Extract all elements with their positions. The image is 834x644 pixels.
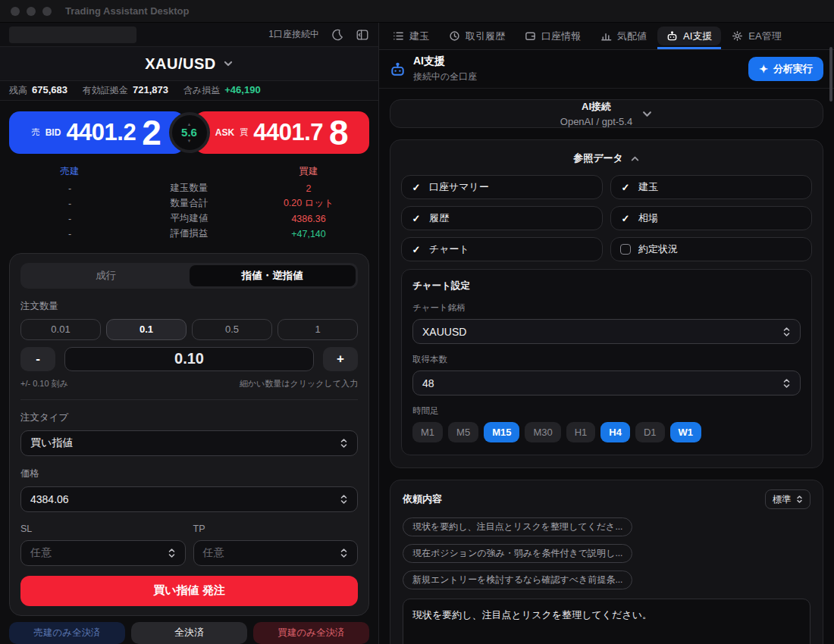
timeframe-d1[interactable]: D1: [635, 422, 665, 442]
ai-connection-title: AI接続: [560, 100, 632, 114]
close-all-button[interactable]: 全決済: [131, 622, 247, 644]
tab-account-info[interactable]: 口座情報: [516, 27, 590, 45]
check-icon: ✓: [620, 182, 631, 193]
position-summary: 売建 買建 - 建玉数量 2 - 数量合計 0.20 ロット - 平均建値 43…: [9, 165, 369, 242]
ask-price: 4401.7: [253, 119, 323, 146]
window-title: Trading Assistant Desktop: [65, 5, 190, 17]
quantity-plus-button[interactable]: +: [323, 347, 358, 371]
tp-input[interactable]: 任意: [193, 540, 359, 566]
suggestion-pill[interactable]: 現在ポジションの強み・弱みを条件付きで説明し...: [403, 544, 632, 563]
equity-label: 有効証拠金: [83, 84, 128, 97]
select-updown-icon: [782, 326, 791, 338]
timeframe-m30[interactable]: M30: [525, 422, 560, 442]
info-tabs: 建玉 取引履歴 口座情報 気配値 AI支援 EA管理: [379, 23, 834, 50]
tab-trade-history[interactable]: 取引履歴: [440, 27, 514, 45]
ai-connection-value: OpenAI / gpt-5.4: [560, 116, 632, 127]
quantity-value[interactable]: 0.10: [64, 347, 314, 371]
close-all-sell-button[interactable]: 売建のみ全決済: [9, 622, 125, 644]
timeframe-w1[interactable]: W1: [670, 422, 702, 442]
chart-settings-title: チャート設定: [412, 280, 801, 292]
close-all-buy-button[interactable]: 買建のみ全決済: [253, 622, 369, 644]
suggestion-pill[interactable]: 新規エントリーを検討するなら確認すべき前提条...: [403, 571, 632, 589]
zoom-window-icon[interactable]: [42, 7, 52, 16]
step-hint: +/- 0.10 刻み: [20, 378, 68, 389]
list-icon: [393, 30, 404, 42]
check-icon: ✓: [411, 244, 422, 255]
account-selector[interactable]: [9, 27, 136, 43]
minimize-window-icon[interactable]: [27, 7, 36, 16]
timeframe-m1[interactable]: M1: [412, 422, 443, 442]
timeframe-m15[interactable]: M15: [484, 422, 519, 442]
fine-input-hint: 細かい数量はクリックして入力: [240, 378, 358, 389]
tab-positions[interactable]: 建玉: [384, 27, 438, 45]
buy-kanji-label: 買: [240, 127, 248, 138]
bars-count-label: 取得本数: [412, 354, 801, 365]
gear-icon: [732, 30, 743, 42]
order-type-label: 注文タイプ: [20, 411, 358, 424]
request-mode-select[interactable]: 標準: [765, 489, 810, 509]
select-updown-icon: [796, 494, 803, 505]
close-window-icon[interactable]: [11, 7, 20, 16]
preset-0.1-button[interactable]: 0.1: [106, 319, 187, 340]
quote-row: 売 BID 4401.22 ▲ 5.6 ▼ ASK 買 4401.78: [9, 111, 369, 154]
chart-symbol-select[interactable]: XAUUSD: [412, 319, 801, 344]
tab-quotes[interactable]: 気配値: [591, 27, 656, 45]
bars-count-input[interactable]: 48: [412, 370, 801, 395]
checkbox-account-summary[interactable]: ✓ 口座サマリー: [401, 175, 603, 199]
request-section: 依頼内容 標準 現状を要約し、注目点とリスクを整理してくださ... 現在ポジショ…: [390, 480, 823, 644]
checkbox-positions[interactable]: ✓ 建玉: [610, 175, 812, 199]
sl-input[interactable]: 任意: [20, 540, 186, 566]
chevron-down-icon: [223, 58, 234, 69]
bar-chart-icon: [600, 30, 612, 42]
prompt-suggestions: 現状を要約し、注目点とリスクを整理してくださ... 現在ポジションの強み・弱みを…: [403, 517, 810, 589]
spread-badge[interactable]: ▲ 5.6 ▼: [169, 112, 210, 153]
table-row: - 評価損益 +47,140: [9, 227, 369, 242]
quantity-minus-button[interactable]: -: [20, 347, 55, 371]
price-label: 価格: [20, 467, 358, 480]
ask-button[interactable]: ASK 買 4401.78: [195, 111, 370, 154]
ai-connection-select[interactable]: AI接続 OpenAI / gpt-5.4: [390, 99, 823, 128]
run-analysis-button[interactable]: ✦ 分析実行: [748, 57, 823, 81]
timeframe-h4[interactable]: H4: [600, 422, 630, 442]
tab-limit-order[interactable]: 指値・逆指値: [190, 265, 356, 286]
tab-market-order[interactable]: 成行: [23, 265, 190, 286]
spread-down-icon: ▼: [187, 139, 192, 143]
ai-panel-header: AI支援 接続中の全口座 ✦ 分析実行: [379, 50, 834, 89]
scrollbar[interactable]: [829, 47, 832, 102]
submit-order-button[interactable]: 買い指値 発注: [20, 576, 358, 606]
timeframe-m5[interactable]: M5: [448, 422, 478, 442]
theme-moon-icon[interactable]: [331, 28, 344, 42]
prompt-textarea[interactable]: 現状を要約し、注目点とリスクを整理してください。: [403, 599, 810, 644]
page-title: AI支援: [413, 55, 477, 68]
equity-value: 721,873: [133, 84, 168, 95]
trade-panel: 1口座接続中 XAU/USD 残高675,683 有効証拠金721,873 含み…: [0, 23, 379, 644]
checkbox-executions[interactable]: 約定状況: [610, 237, 812, 261]
timeframe-h1[interactable]: H1: [566, 422, 596, 442]
price-input[interactable]: 4384.06: [20, 486, 358, 512]
traffic-lights[interactable]: [11, 7, 52, 16]
reference-data-toggle[interactable]: 参照データ: [401, 148, 812, 175]
checkbox-market[interactable]: ✓ 相場: [610, 206, 812, 230]
table-row: - 平均建値 4386.36: [9, 211, 369, 227]
reference-checkboxes: ✓ 口座サマリー ✓ 建玉 ✓ 履歴 ✓ 相場: [401, 175, 812, 261]
tab-ai-support[interactable]: AI支援: [657, 27, 721, 45]
reference-data-section: 参照データ ✓ 口座サマリー ✓ 建玉 ✓ 履歴: [390, 139, 823, 468]
suggestion-pill[interactable]: 現状を要約し、注目点とリスクを整理してくださ...: [403, 517, 632, 536]
preset-0.5-button[interactable]: 0.5: [192, 319, 272, 340]
tab-ea-management[interactable]: EA管理: [723, 27, 790, 45]
preset-0.01-button[interactable]: 0.01: [20, 319, 101, 340]
symbol-header[interactable]: XAU/USD: [0, 46, 378, 81]
bid-button[interactable]: 売 BID 4401.22: [9, 111, 184, 154]
table-row: - 数量合計 0.20 ロット: [9, 196, 369, 211]
balance-value: 675,683: [32, 84, 67, 95]
preset-1-button[interactable]: 1: [277, 319, 358, 340]
window-titlebar: Trading Assistant Desktop: [0, 0, 834, 23]
account-stats: 残高675,683 有効証拠金721,873 含み損益+46,190: [0, 81, 378, 101]
panel-collapse-icon[interactable]: [356, 28, 369, 42]
checkbox-history[interactable]: ✓ 履歴: [401, 206, 603, 230]
left-toolbar: 1口座接続中: [0, 23, 378, 46]
spinner-updown-icon: [782, 377, 791, 389]
order-type-select[interactable]: 買い指値: [20, 430, 358, 456]
spinner-updown-icon: [340, 493, 348, 505]
checkbox-chart[interactable]: ✓ チャート: [401, 237, 603, 261]
